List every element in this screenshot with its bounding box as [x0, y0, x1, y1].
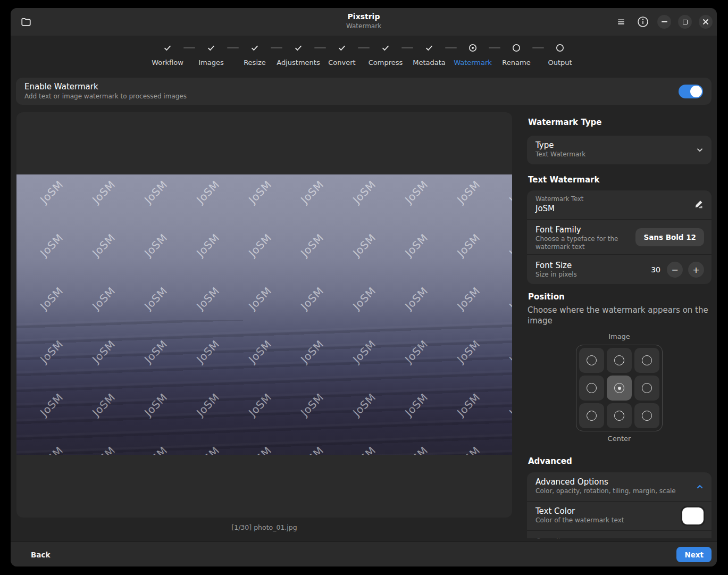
font-size-increase-button[interactable]: +	[688, 262, 704, 278]
watermark-tile: JoSM	[246, 338, 274, 365]
watermark-tile: JoSM	[142, 178, 170, 206]
step-compress[interactable]: Compress	[364, 40, 407, 75]
watermark-tile: JoSM	[507, 178, 512, 206]
position-cell-top-center[interactable]	[607, 348, 632, 373]
position-cell-bottom-center[interactable]	[607, 403, 632, 428]
enable-watermark-toggle[interactable]	[679, 85, 703, 98]
text-color-swatch-button[interactable]	[682, 507, 704, 524]
check-icon	[294, 44, 303, 52]
advanced-options-expander[interactable]: Advanced Options Color, opacity, rotatio…	[527, 472, 712, 501]
text-watermark-card: Watermark Text JoSM Font Family Choose a…	[527, 190, 712, 284]
watermark-tile: JoSM	[142, 285, 170, 312]
watermark-tile: JoSM	[38, 444, 65, 455]
preview-caption: [1/30] photo_01.jpg	[16, 523, 512, 531]
position-cell-top-left[interactable]	[579, 348, 604, 373]
check-icon	[338, 44, 346, 52]
advanced-options-title: Advanced Options	[535, 477, 703, 487]
watermark-tile: JoSM	[194, 231, 222, 259]
watermark-tile: JoSM	[507, 338, 512, 365]
watermark-tile: JoSM	[455, 444, 482, 455]
app-window: Pixstrip Watermark	[11, 8, 717, 566]
edit-pencil-icon[interactable]	[694, 199, 704, 209]
chevron-down-icon	[696, 146, 704, 154]
check-icon	[163, 44, 172, 52]
check-icon	[250, 44, 259, 52]
step-connector	[489, 47, 500, 48]
watermark-tile: JoSM	[38, 178, 65, 206]
watermark-tile: JoSM	[38, 391, 65, 419]
watermark-tile: JoSM	[507, 231, 512, 259]
watermark-tile: JoSM	[350, 231, 378, 259]
step-connector	[358, 47, 370, 48]
watermark-tile: JoSM	[246, 285, 274, 312]
step-adjustments[interactable]: Adjustments	[277, 40, 320, 75]
back-button[interactable]: Back	[27, 542, 54, 566]
watermark-tile: JoSM	[142, 444, 170, 455]
radio-icon	[614, 355, 624, 365]
position-cell-bottom-left[interactable]	[579, 403, 604, 428]
position-subtitle: Choose where the watermark appears on th…	[528, 305, 712, 326]
close-icon	[702, 19, 709, 25]
window-title: Pixstrip Watermark	[11, 12, 717, 31]
font-size-row: Font Size Size in pixels 30 − +	[527, 254, 712, 284]
watermark-tile: JoSM	[38, 285, 65, 312]
close-button[interactable]	[699, 15, 713, 29]
font-family-button[interactable]: Sans Bold 12	[635, 228, 704, 246]
next-button[interactable]: Next	[676, 547, 712, 562]
watermark-tile: JoSM	[246, 178, 274, 206]
step-connector	[183, 47, 195, 48]
position-cell-middle-left[interactable]	[579, 376, 604, 401]
position-cell-center[interactable]	[607, 376, 632, 401]
step-images[interactable]: Images	[189, 40, 233, 75]
watermark-tile: JoSM	[403, 391, 430, 419]
watermark-tile: JoSM	[298, 338, 326, 365]
step-label: Metadata	[413, 59, 446, 66]
watermark-tile: JoSM	[455, 338, 482, 365]
main-menu-button[interactable]	[614, 14, 629, 29]
info-button[interactable]	[635, 14, 650, 29]
type-label: Type	[535, 140, 703, 151]
step-watermark[interactable]: Watermark	[451, 40, 495, 75]
step-connector	[445, 47, 457, 48]
step-resize[interactable]: Resize	[233, 40, 277, 75]
step-convert[interactable]: Convert	[320, 40, 364, 75]
font-family-subtitle: Choose a typeface for the watermark text	[535, 235, 626, 251]
watermark-type-heading: Watermark Type	[528, 118, 712, 128]
minimize-icon	[662, 21, 667, 22]
preview-card: JoSMJoSMJoSMJoSMJoSMJoSMJoSMJoSMJoSMJoSM…	[16, 112, 512, 518]
font-size-value: 30	[651, 265, 660, 274]
watermark-tile: JoSM	[455, 285, 482, 312]
position-cell-top-right[interactable]	[634, 348, 659, 373]
position-cell-bottom-right[interactable]	[634, 403, 659, 428]
maximize-button[interactable]	[678, 15, 692, 29]
watermark-text-field[interactable]: Watermark Text JoSM	[527, 190, 712, 219]
chevron-up-icon	[696, 482, 704, 491]
watermark-tile: JoSM	[246, 391, 274, 419]
watermark-tile: JoSM	[455, 178, 482, 206]
watermark-tile: JoSM	[507, 444, 512, 455]
radio-icon	[587, 411, 597, 421]
open-folder-button[interactable]	[17, 13, 35, 31]
watermark-tile: JoSM	[90, 391, 118, 419]
watermark-tile: JoSM	[403, 338, 430, 365]
step-metadata[interactable]: Metadata	[407, 40, 451, 75]
type-dropdown-row[interactable]: Type Text Watermark	[527, 136, 712, 164]
watermark-tile: JoSM	[90, 178, 118, 206]
watermark-tile: JoSM	[507, 391, 512, 419]
font-size-decrease-button[interactable]: −	[667, 262, 683, 278]
step-rename[interactable]: Rename	[495, 40, 538, 75]
step-output[interactable]: Output	[538, 40, 582, 75]
text-color-label: Text Color	[535, 506, 703, 516]
preview-photo: JoSMJoSMJoSMJoSMJoSMJoSMJoSMJoSMJoSMJoSM…	[16, 174, 512, 455]
position-cell-middle-right[interactable]	[634, 376, 659, 401]
hamburger-icon	[617, 18, 625, 26]
minimize-button[interactable]	[657, 15, 671, 29]
watermark-tile: JoSM	[403, 178, 430, 206]
watermark-tile: JoSM	[298, 285, 326, 312]
radio-icon	[587, 355, 597, 365]
radio-icon	[642, 411, 652, 421]
radio-icon	[512, 44, 521, 52]
step-connector	[314, 47, 326, 48]
step-workflow[interactable]: Workflow	[146, 40, 189, 75]
type-value: Text Watermark	[535, 151, 703, 159]
